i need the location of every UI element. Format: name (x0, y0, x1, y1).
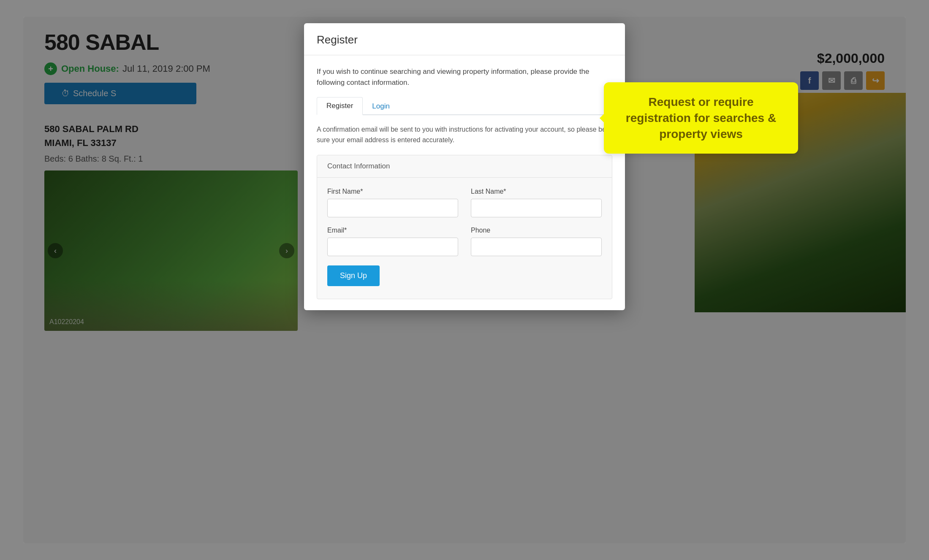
callout-text: Request or require registration for sear… (617, 94, 785, 142)
contact-row: Email* Phone (327, 227, 602, 256)
name-row: First Name* Last Name* (327, 188, 602, 217)
signup-button[interactable]: Sign Up (327, 265, 380, 286)
tab-register[interactable]: Register (317, 97, 363, 115)
email-label: Email* (327, 227, 458, 234)
register-modal: Register If you wish to continue searchi… (304, 23, 625, 310)
first-name-label: First Name* (327, 188, 458, 195)
phone-input[interactable] (471, 238, 602, 256)
email-group: Email* (327, 227, 458, 256)
first-name-input[interactable] (327, 199, 458, 217)
phone-group: Phone (471, 227, 602, 256)
last-name-group: Last Name* (471, 188, 602, 217)
last-name-input[interactable] (471, 199, 602, 217)
form-section-title: Contact Information (317, 155, 612, 178)
modal-header: Register (304, 23, 625, 55)
modal-intro-text: If you wish to continue searching and vi… (317, 66, 612, 88)
phone-label: Phone (471, 227, 602, 234)
modal-title: Register (317, 33, 612, 46)
tab-login[interactable]: Login (363, 97, 399, 115)
email-input[interactable] (327, 238, 458, 256)
confirmation-text: A confirmation email will be sent to you… (317, 124, 612, 146)
contact-form-section: Contact Information First Name* Last Nam… (317, 155, 612, 299)
modal-body: If you wish to continue searching and vi… (304, 55, 625, 310)
first-name-group: First Name* (327, 188, 458, 217)
modal-tabs: Register Login (317, 97, 612, 115)
registration-callout: Request or require registration for sear… (604, 82, 798, 154)
form-fields: First Name* Last Name* Email* Phone (317, 178, 612, 256)
last-name-label: Last Name* (471, 188, 602, 195)
